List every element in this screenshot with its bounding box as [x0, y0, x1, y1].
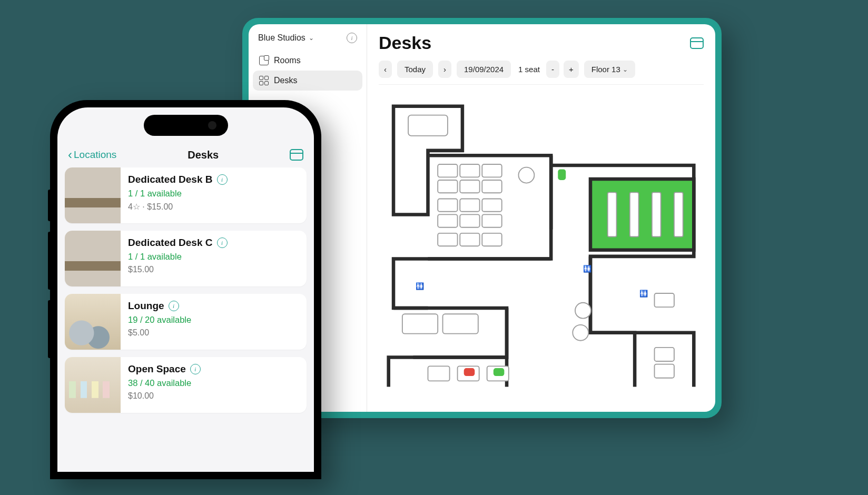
svg-point-29 — [573, 325, 588, 341]
rooms-icon — [259, 56, 269, 65]
svg-rect-0 — [408, 115, 448, 136]
main-content: Desks ‹ Today › 19/09/2024 1 seat - + Fl… — [367, 24, 715, 412]
seat-stepper: 1 seat - + — [516, 61, 579, 78]
info-icon[interactable]: i — [169, 301, 179, 311]
svg-rect-26 — [652, 192, 661, 236]
seat-minus-button[interactable]: - — [546, 61, 559, 78]
svg-rect-16 — [402, 314, 438, 333]
calendar-icon[interactable] — [290, 149, 303, 161]
item-availability: 1 / 1 available — [128, 252, 228, 262]
item-meta: $10.00 — [128, 391, 201, 401]
workspace-name: Blue Studios — [258, 33, 305, 43]
svg-rect-11 — [460, 214, 479, 227]
thumbnail — [65, 294, 121, 350]
svg-rect-25 — [630, 192, 639, 236]
svg-rect-15 — [482, 233, 501, 246]
info-icon[interactable]: i — [217, 237, 228, 248]
phone-device: ‹ Locations Desks Dedicated Desk Bi1 / 1… — [50, 100, 321, 479]
svg-rect-7 — [438, 199, 457, 211]
floor-picker[interactable]: Floor 13 ⌄ — [584, 61, 635, 78]
svg-rect-9 — [482, 199, 501, 211]
item-meta: $15.00 — [128, 265, 228, 274]
phone-notch — [144, 115, 228, 136]
phone-screen: ‹ Locations Desks Dedicated Desk Bi1 / 1… — [57, 107, 314, 472]
svg-rect-13 — [438, 233, 457, 246]
info-icon[interactable]: i — [190, 364, 201, 374]
restroom-icon: 🚻 — [583, 264, 592, 273]
list-item[interactable]: Open Spacei38 / 40 available$10.00 — [65, 357, 307, 413]
desk-occupied-icon — [464, 368, 475, 376]
item-title: Lounge — [128, 300, 164, 312]
item-availability: 1 / 1 available — [128, 189, 228, 199]
sidebar-item-rooms[interactable]: Rooms — [253, 51, 362, 71]
item-meta: $5.00 — [128, 328, 191, 338]
back-button[interactable]: ‹ Locations — [68, 148, 116, 161]
desk-available-icon — [494, 368, 505, 376]
item-meta: 4☆ · $15.00 — [128, 202, 228, 212]
prev-button[interactable]: ‹ — [379, 61, 392, 78]
svg-rect-23 — [655, 364, 674, 378]
info-icon[interactable]: i — [217, 174, 228, 185]
screen-title: Desks — [188, 149, 219, 161]
svg-rect-21 — [655, 293, 674, 307]
info-icon[interactable]: i — [347, 33, 357, 43]
calendar-icon[interactable] — [690, 37, 704, 49]
svg-rect-3 — [482, 164, 501, 177]
sidebar-item-label: Desks — [274, 76, 297, 85]
back-label: Locations — [74, 149, 116, 161]
date-picker[interactable]: 19/09/2024 — [457, 61, 511, 78]
item-availability: 38 / 40 available — [128, 378, 201, 388]
chevron-down-icon: ⌄ — [309, 34, 314, 42]
svg-rect-5 — [460, 180, 479, 193]
svg-rect-17 — [443, 314, 478, 333]
desk-available-icon — [558, 169, 566, 180]
svg-rect-14 — [460, 233, 479, 246]
sidebar-item-label: Rooms — [274, 56, 301, 65]
next-button[interactable]: › — [438, 61, 451, 78]
sidebar-item-desks[interactable]: Desks — [253, 71, 362, 91]
svg-rect-4 — [438, 180, 457, 193]
today-button[interactable]: Today — [397, 61, 433, 78]
seat-count: 1 seat — [516, 65, 542, 74]
item-title: Dedicated Desk B — [128, 174, 213, 185]
svg-rect-27 — [674, 192, 683, 236]
item-title: Open Space — [128, 363, 186, 375]
thumbnail — [65, 167, 121, 223]
toolbar: ‹ Today › 19/09/2024 1 seat - + Floor 13… — [379, 61, 704, 78]
svg-rect-8 — [460, 199, 479, 211]
list-item[interactable]: Loungei19 / 20 available$5.00 — [65, 294, 307, 350]
svg-point-30 — [575, 303, 591, 319]
chevron-left-icon: ‹ — [68, 148, 72, 161]
svg-rect-24 — [608, 192, 617, 236]
item-availability: 19 / 20 available — [128, 315, 191, 325]
svg-rect-12 — [482, 214, 501, 227]
svg-rect-10 — [438, 214, 457, 227]
svg-point-28 — [518, 167, 534, 183]
svg-rect-2 — [460, 164, 479, 177]
svg-rect-6 — [482, 180, 501, 193]
svg-rect-22 — [655, 348, 674, 361]
svg-rect-1 — [438, 164, 457, 177]
chevron-down-icon: ⌄ — [623, 66, 628, 73]
item-title: Dedicated Desk C — [128, 237, 213, 249]
list-item[interactable]: Dedicated Desk Ci1 / 1 available$15.00 — [65, 231, 307, 286]
thumbnail — [65, 231, 121, 286]
floorplan[interactable]: 🚻 🚻 🚻 — [379, 84, 704, 403]
desk-list: Dedicated Desk Bi1 / 1 available4☆ · $15… — [57, 167, 314, 413]
page-title: Desks — [379, 33, 431, 53]
svg-rect-18 — [428, 366, 449, 381]
restroom-icon: 🚻 — [639, 289, 648, 298]
restroom-icon: 🚻 — [416, 282, 425, 291]
floor-label: Floor 13 — [591, 65, 620, 74]
workspace-switcher[interactable]: Blue Studios ⌄ — [258, 33, 314, 43]
list-item[interactable]: Dedicated Desk Bi1 / 1 available4☆ · $15… — [65, 167, 307, 223]
desks-icon — [259, 76, 269, 85]
seat-plus-button[interactable]: + — [564, 61, 579, 78]
thumbnail — [65, 357, 121, 413]
